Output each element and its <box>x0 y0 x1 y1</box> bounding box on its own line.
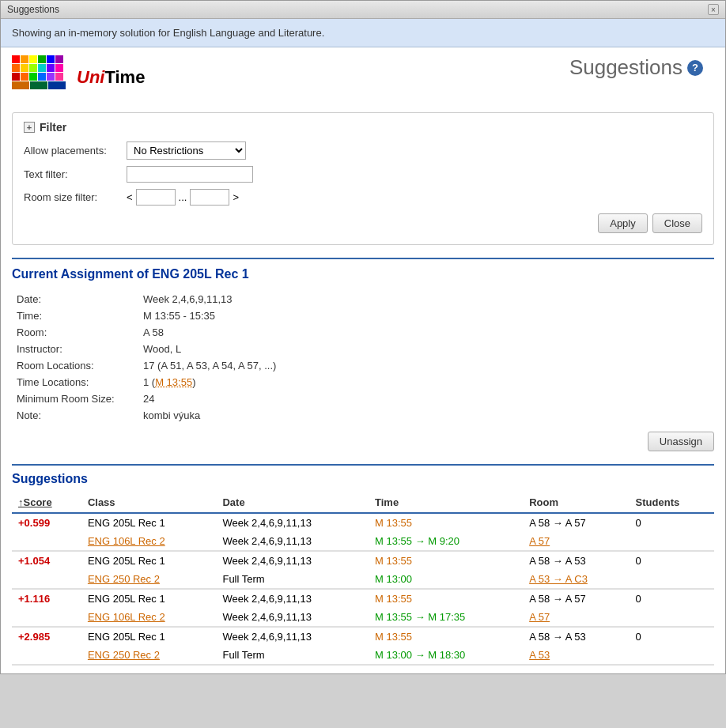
table-row: ENG 250 Rec 2Full TermM 13:00 → M 18:30A… <box>12 646 714 665</box>
room-cell-link[interactable]: A 57 <box>523 608 629 627</box>
time-cell: M 13:55 <box>369 589 523 608</box>
field-label-room-locations: Room Locations: <box>12 357 138 374</box>
allow-placements-row: Allow placements: No Restrictions Time C… <box>24 141 702 160</box>
svg-rect-10 <box>47 64 55 72</box>
table-row: ENG 106L Rec 2Week 2,4,6,9,11,13M 13:55 … <box>12 532 714 551</box>
col-header-students: Students <box>630 492 714 513</box>
field-value-time-locations: 1 (M 13:55) <box>138 374 714 390</box>
logo-text: UniTime <box>77 67 145 88</box>
room-cell: A 58 → A 53 <box>523 551 629 570</box>
class-cell-link[interactable]: ENG 250 Rec 2 <box>81 646 217 665</box>
date-cell: Week 2,4,6,9,11,13 <box>216 589 369 608</box>
field-value-room: A 58 <box>138 324 714 341</box>
room-size-ellipsis: ... <box>179 191 187 203</box>
col-header-score[interactable]: ↑Score <box>12 492 81 513</box>
time-cell: M 13:55 → M 9:20 <box>369 532 523 551</box>
time-cell: M 13:55 <box>369 627 523 646</box>
field-label-date: Date: <box>12 291 138 307</box>
field-label-note: Note: <box>12 407 138 424</box>
room-size-max-input[interactable] <box>190 189 229 206</box>
window-close-button[interactable]: × <box>708 4 719 15</box>
allow-placements-select[interactable]: No Restrictions Time Changes Only Room C… <box>127 141 246 160</box>
class-cell-link[interactable]: ENG 250 Rec 2 <box>81 570 217 589</box>
assignment-section-title: Current Assignment of ENG 205L Rec 1 <box>12 267 714 281</box>
class-cell-link[interactable]: ENG 106L Rec 2 <box>81 532 217 551</box>
room-cell-link[interactable]: A 53 → A C3 <box>523 570 629 589</box>
suggestions-table-section: Suggestions ↑Score Class Date Time Room … <box>12 464 714 666</box>
text-filter-label: Text filter: <box>24 168 127 180</box>
table-row: ENG 250 Rec 2Full TermM 13:00A 53 → A C3 <box>12 570 714 589</box>
header-row: UniTime Suggestions ? <box>12 55 714 106</box>
time-cell: M 13:55 <box>369 551 523 570</box>
filter-title[interactable]: + Filter <box>24 121 702 134</box>
main-window: Suggestions × Showing an in-memory solut… <box>0 0 726 674</box>
students-cell: 0 <box>630 513 714 532</box>
unassign-row: Unassign <box>12 432 714 451</box>
table-row: +0.599ENG 205L Rec 1Week 2,4,6,9,11,13M … <box>12 513 714 532</box>
suggestions-divider <box>12 464 714 466</box>
room-cell-link[interactable]: A 57 <box>523 532 629 551</box>
apply-button[interactable]: Apply <box>598 213 648 233</box>
students-cell-empty <box>630 570 714 589</box>
filter-label: Filter <box>40 121 66 134</box>
field-label-min-room: Minimum Room Size: <box>12 390 138 407</box>
close-button[interactable]: Close <box>652 213 702 233</box>
time-cell: M 13:00 → M 18:30 <box>369 646 523 665</box>
table-row: +1.054ENG 205L Rec 1Week 2,4,6,9,11,13M … <box>12 551 714 570</box>
date-cell: Full Term <box>216 570 369 589</box>
room-size-label: Room size filter: <box>24 191 127 203</box>
class-cell-link[interactable]: ENG 106L Rec 2 <box>81 608 217 627</box>
students-cell-empty <box>630 532 714 551</box>
svg-rect-6 <box>12 64 20 72</box>
room-cell-link[interactable]: A 53 <box>523 646 629 665</box>
svg-rect-19 <box>30 81 47 89</box>
table-row: Date: Week 2,4,6,9,11,13 <box>12 291 714 307</box>
room-size-lt: < <box>127 191 133 203</box>
score-cell: +0.599 <box>12 513 81 551</box>
info-bar: Showing an in-memory solution for Englis… <box>1 19 725 47</box>
svg-rect-1 <box>21 55 28 63</box>
room-cell: A 58 → A 57 <box>523 513 629 532</box>
svg-rect-4 <box>47 55 55 63</box>
table-row: +1.116ENG 205L Rec 1Week 2,4,6,9,11,13M … <box>12 589 714 608</box>
svg-rect-3 <box>38 55 46 63</box>
col-header-time: Time <box>369 492 523 513</box>
date-cell: Week 2,4,6,9,11,13 <box>216 608 369 627</box>
students-cell: 0 <box>630 551 714 570</box>
class-cell: ENG 205L Rec 1 <box>81 627 217 646</box>
time-location-link[interactable]: M 13:55 <box>155 376 192 388</box>
svg-rect-2 <box>29 55 37 63</box>
logo-black: Time <box>104 67 145 87</box>
filter-toggle-icon[interactable]: + <box>24 122 35 133</box>
room-size-gt: > <box>233 191 239 203</box>
table-row: Room Locations: 17 (A 51, A 53, A 54, A … <box>12 357 714 374</box>
table-row: Time: M 13:55 - 15:35 <box>12 307 714 324</box>
info-bar-text: Showing an in-memory solution for Englis… <box>12 27 324 39</box>
room-size-min-input[interactable] <box>136 189 176 206</box>
svg-rect-17 <box>55 73 63 81</box>
room-size-controls: < ... > <box>127 189 239 206</box>
field-label-room: Room: <box>12 324 138 341</box>
class-cell: ENG 205L Rec 1 <box>81 513 217 532</box>
svg-rect-16 <box>47 73 55 81</box>
score-cell: +2.985 <box>12 627 81 665</box>
date-cell: Full Term <box>216 646 369 665</box>
table-row: Instructor: Wood, L <box>12 341 714 357</box>
time-cell: M 13:55 <box>369 513 523 532</box>
suggestions-table-title: Suggestions <box>12 472 714 486</box>
svg-rect-20 <box>48 81 66 89</box>
col-header-date: Date <box>216 492 369 513</box>
table-row: Minimum Room Size: 24 <box>12 390 714 407</box>
svg-rect-18 <box>12 81 29 89</box>
help-icon[interactable]: ? <box>687 60 703 76</box>
title-bar: Suggestions × <box>1 1 725 19</box>
room-cell: A 58 → A 53 <box>523 627 629 646</box>
field-label-instructor: Instructor: <box>12 341 138 357</box>
class-cell: ENG 205L Rec 1 <box>81 589 217 608</box>
window-title: Suggestions <box>7 4 59 15</box>
unassign-button[interactable]: Unassign <box>648 432 714 451</box>
field-value-date: Week 2,4,6,9,11,13 <box>138 291 714 307</box>
text-filter-input[interactable] <box>127 166 253 183</box>
svg-rect-13 <box>21 73 28 81</box>
score-cell: +1.054 <box>12 551 81 589</box>
